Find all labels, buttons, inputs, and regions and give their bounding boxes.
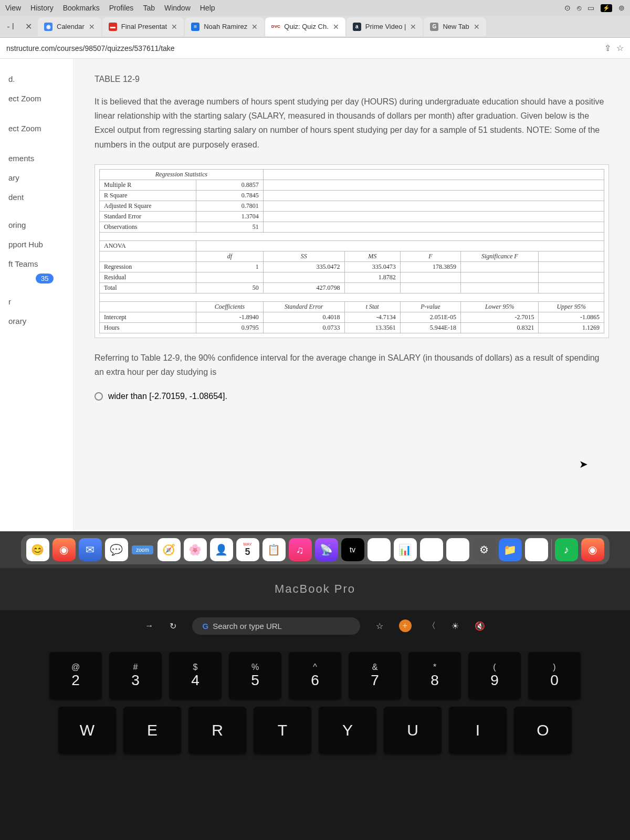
url-text[interactable]: nstructure.com/courses/98507/quizzes/537…: [6, 44, 598, 52]
menu-item[interactable]: Window: [164, 4, 191, 12]
tb-brightness-icon[interactable]: ☀: [452, 621, 459, 631]
mail-icon[interactable]: ✉: [79, 538, 102, 561]
keynote-icon[interactable]: 📽: [420, 538, 443, 561]
tab-presentation[interactable]: ▬ Final Presentat ✕: [102, 17, 184, 36]
key-9[interactable]: (9: [468, 652, 521, 699]
sidebar-item[interactable]: ary: [0, 168, 73, 187]
news-icon[interactable]: N: [368, 538, 391, 561]
display-icon[interactable]: ▭: [587, 4, 594, 12]
macbook-label: MacBook Pro: [0, 568, 630, 610]
wifi-icon[interactable]: ⊚: [618, 4, 625, 12]
url-bar[interactable]: nstructure.com/courses/98507/quizzes/537…: [0, 38, 630, 59]
tb-search-text: Search or type URL: [213, 622, 282, 631]
sidebar-item[interactable]: d.: [0, 69, 73, 89]
key-5[interactable]: %5: [229, 652, 281, 699]
tab-label: New Tab: [443, 23, 469, 30]
podcasts-icon[interactable]: 📡: [315, 538, 338, 561]
tab-calendar[interactable]: ◉ Calendar ✕: [38, 17, 101, 36]
sidebar-item[interactable]: ect Zoom: [0, 89, 73, 108]
finder-icon[interactable]: 😊: [26, 538, 49, 561]
messages-icon[interactable]: 💬: [105, 538, 128, 561]
chrome2-icon[interactable]: ◉: [581, 538, 604, 561]
appstore-icon[interactable]: A: [446, 538, 469, 561]
key-3[interactable]: #3: [109, 652, 162, 699]
tb-back-icon[interactable]: 〈: [427, 621, 436, 632]
tab-noah[interactable]: ≡ Noah Ramirez ✕: [185, 17, 264, 36]
tab-quiz-active[interactable]: DVC Quiz: Quiz Ch. ✕: [265, 17, 345, 36]
contacts-icon[interactable]: 👤: [210, 538, 233, 561]
tb-star-icon[interactable]: ☆: [376, 621, 383, 631]
sidebar-item[interactable]: pport Hub: [0, 235, 73, 254]
key-O[interactable]: O: [514, 707, 572, 754]
answer-option[interactable]: wider than [-2.70159, -1.08654].: [94, 392, 609, 401]
spotify-icon[interactable]: ♪: [555, 538, 578, 561]
sidebar-item[interactable]: ements: [0, 149, 73, 168]
close-icon[interactable]: ✕: [89, 23, 95, 31]
tb-newtab-icon[interactable]: +: [399, 620, 412, 632]
reg-stats-header: Regression Statistics: [100, 169, 264, 180]
close-icon[interactable]: ✕: [410, 23, 416, 31]
sidebar-item[interactable]: ft Teams: [0, 254, 73, 274]
key-6[interactable]: ^6: [289, 652, 341, 699]
close-icon[interactable]: ✕: [474, 23, 480, 31]
sidebar-item[interactable]: ect Zoom: [0, 119, 73, 138]
key-8[interactable]: *8: [408, 652, 461, 699]
radio-icon[interactable]: [94, 392, 103, 401]
sidebar-item[interactable]: oring: [0, 215, 73, 235]
reminders-icon[interactable]: 📋: [262, 538, 286, 561]
menu-item[interactable]: View: [5, 4, 21, 12]
doc-icon: ≡: [191, 23, 200, 31]
tb-refresh-icon[interactable]: ↻: [170, 621, 176, 631]
battery-icon[interactable]: ⚡: [601, 4, 612, 12]
star-icon[interactable]: ☆: [616, 43, 624, 53]
tab-new[interactable]: G New Tab ✕: [424, 17, 486, 36]
key-U[interactable]: U: [384, 707, 442, 754]
folder-icon[interactable]: 📁: [499, 538, 522, 561]
settings-icon[interactable]: ⚙: [472, 538, 496, 561]
menu-item[interactable]: Profiles: [109, 4, 134, 12]
calendar-icon[interactable]: MAY 5: [236, 538, 259, 561]
tb-volume-icon[interactable]: 🔇: [475, 621, 485, 631]
music-icon[interactable]: ♫: [289, 538, 312, 561]
bluetooth-icon[interactable]: ⎋: [577, 4, 581, 12]
sidebar-item[interactable]: orary: [0, 311, 73, 331]
tv-icon[interactable]: tv: [341, 538, 364, 561]
zoom-icon[interactable]: zoom: [131, 538, 154, 561]
close-icon[interactable]: ✕: [333, 23, 339, 31]
slides-icon: ▬: [109, 23, 117, 31]
chrome-icon[interactable]: ◉: [52, 538, 76, 561]
menu-item[interactable]: Bookmarks: [63, 4, 100, 12]
close-icon[interactable]: ✕: [251, 23, 258, 31]
key-I[interactable]: I: [449, 707, 507, 754]
cursor-icon: ➤: [579, 458, 588, 470]
record-icon[interactable]: ⊙: [564, 4, 571, 12]
chrome-icon: G: [430, 23, 438, 31]
excel-output: Regression Statistics Multiple R0.8857 R…: [94, 164, 609, 338]
safari-icon[interactable]: 🧭: [158, 538, 181, 561]
menu-item[interactable]: Help: [200, 4, 215, 12]
key-2[interactable]: @2: [49, 652, 102, 699]
key-7[interactable]: &7: [349, 652, 401, 699]
key-E[interactable]: E: [123, 707, 181, 754]
key-T[interactable]: T: [254, 707, 311, 754]
close-icon[interactable]: ✕: [171, 23, 177, 31]
sidebar-item-label: ft Teams: [8, 259, 38, 268]
key-4[interactable]: $4: [169, 652, 222, 699]
menu-item[interactable]: History: [30, 4, 54, 12]
share-icon[interactable]: ⇪: [604, 43, 611, 53]
photos-icon[interactable]: 🌸: [184, 538, 207, 561]
key-0[interactable]: )0: [528, 652, 581, 699]
tab-close-first[interactable]: ✕: [20, 18, 37, 35]
menu-item[interactable]: Tab: [143, 4, 155, 12]
key-W[interactable]: W: [58, 707, 116, 754]
tb-search[interactable]: G Search or type URL: [192, 617, 360, 635]
numbers-icon[interactable]: 📊: [394, 538, 417, 561]
tb-forward-icon[interactable]: →: [145, 621, 154, 631]
tab-prime[interactable]: a Prime Video | ✕: [346, 17, 423, 36]
sidebar-item[interactable]: r: [0, 292, 73, 311]
app-icon[interactable]: ◻: [525, 538, 548, 561]
sidebar-item[interactable]: dent: [0, 187, 73, 207]
key-R[interactable]: R: [188, 707, 246, 754]
nav-back[interactable]: - l: [2, 18, 19, 35]
key-Y[interactable]: Y: [319, 707, 376, 754]
